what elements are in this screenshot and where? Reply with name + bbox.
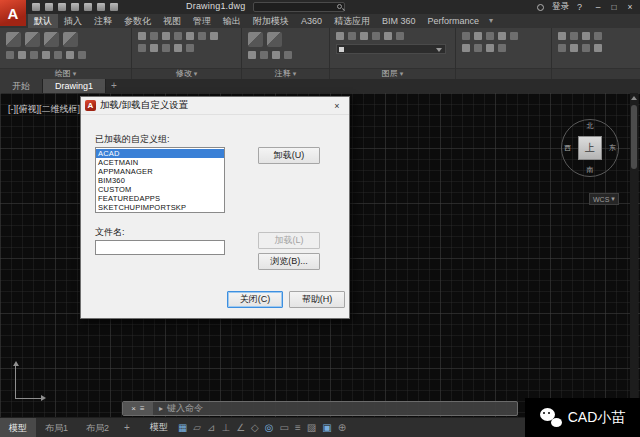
close-icon[interactable]: × xyxy=(131,402,136,415)
ribbon-tool-icon[interactable] xyxy=(66,51,74,59)
file-tab-start[interactable]: 开始 xyxy=(0,79,43,93)
ribbon-tool-icon[interactable] xyxy=(396,32,404,40)
ribbon-tool-icon[interactable] xyxy=(30,51,38,59)
panel-label-layers[interactable]: 图层 ▾ xyxy=(330,68,455,79)
leader-tool-icon[interactable] xyxy=(248,51,256,59)
ribbon-tab-home[interactable]: 默认 xyxy=(28,14,58,28)
ribbon-tool-icon[interactable] xyxy=(42,51,50,59)
ribbon-tool-icon[interactable] xyxy=(54,51,62,59)
panel-label-block[interactable] xyxy=(456,68,551,79)
new-drawing-tab-button[interactable]: + xyxy=(106,79,122,93)
ribbon-tool-icon[interactable] xyxy=(78,51,86,59)
scroll-up-icon[interactable] xyxy=(631,96,637,100)
ribbon-tool-icon[interactable] xyxy=(462,44,470,52)
dimension-tool-icon[interactable] xyxy=(267,32,282,47)
ribbon-tool-icon[interactable] xyxy=(18,51,26,59)
viewcube-north-label[interactable]: 北 xyxy=(587,121,594,131)
ribbon-tab-performance[interactable]: Performance xyxy=(422,14,486,28)
trim-tool-icon[interactable] xyxy=(162,32,170,40)
ribbon-tool-icon[interactable] xyxy=(186,32,194,40)
ribbon-tool-icon[interactable] xyxy=(486,32,494,40)
plot-icon[interactable] xyxy=(71,3,79,11)
layer-dropdown[interactable] xyxy=(336,44,446,54)
ribbon-tool-icon[interactable] xyxy=(384,32,392,40)
ribbon-tab-view[interactable]: 视图 xyxy=(157,14,187,28)
ribbon-tool-icon[interactable] xyxy=(582,44,590,52)
viewcube-south-label[interactable]: 南 xyxy=(587,165,594,175)
cui-group-item[interactable]: ACAD xyxy=(96,149,224,158)
move-tool-icon[interactable] xyxy=(138,32,146,40)
customize-icon[interactable]: ≡ xyxy=(140,402,145,415)
fillet-tool-icon[interactable] xyxy=(162,44,170,52)
ribbon-tab-parametric[interactable]: 参数化 xyxy=(118,14,157,28)
polar-tracking-icon[interactable]: ∠ xyxy=(236,418,245,437)
isodraft-icon[interactable]: ◇ xyxy=(251,418,259,437)
annotation-visibility-icon[interactable]: ▣ xyxy=(322,418,331,437)
ribbon-tool-icon[interactable] xyxy=(498,44,506,52)
snap-icon[interactable]: ▱ xyxy=(193,418,201,437)
viewcube[interactable]: 北 南 西 东 上 xyxy=(561,119,619,177)
layer-off-icon[interactable] xyxy=(348,32,356,40)
scrollbar-thumb[interactable] xyxy=(631,105,637,169)
ribbon-tool-icon[interactable] xyxy=(486,44,494,52)
cui-group-item[interactable]: APPMANAGER xyxy=(96,167,224,176)
ribbon-tool-icon[interactable] xyxy=(174,44,182,52)
ribbon-tool-icon[interactable] xyxy=(594,32,602,40)
ribbon-tab-annotate[interactable]: 注释 xyxy=(88,14,118,28)
create-block-icon[interactable] xyxy=(474,32,482,40)
redo-icon[interactable] xyxy=(97,3,105,11)
ribbon-tool-icon[interactable] xyxy=(498,32,506,40)
qat-menu-icon[interactable] xyxy=(110,3,118,11)
ribbon-tab-a360[interactable]: A360 xyxy=(295,14,328,28)
transparency-icon[interactable]: ≡ xyxy=(295,418,301,437)
dialog-titlebar[interactable]: A 加载/卸载自定义设置 × xyxy=(81,97,349,115)
viewport-controls[interactable]: [-][俯视][二维线框] xyxy=(8,103,80,116)
layout-tab-layout2[interactable]: 布局2 xyxy=(77,418,118,437)
ribbon-tool-icon[interactable] xyxy=(284,51,292,59)
panel-label-draw[interactable]: 绘图 ▾ xyxy=(0,68,131,79)
customization-groups-list[interactable]: ACAD ACETMAIN APPMANAGER BIM360 CUSTOM F… xyxy=(95,147,225,213)
model-space-button[interactable]: 模型 xyxy=(150,421,168,434)
line-tool-icon[interactable] xyxy=(6,32,21,47)
filename-input[interactable] xyxy=(95,240,225,255)
layer-lock-icon[interactable] xyxy=(372,32,380,40)
application-menu-button[interactable]: A xyxy=(0,0,26,26)
ortho-icon[interactable]: ⊥ xyxy=(221,418,230,437)
ribbon-tool-icon[interactable] xyxy=(558,44,566,52)
ribbon-tool-icon[interactable] xyxy=(186,44,194,52)
cui-group-item[interactable]: SKETCHUPIMPORTSKP xyxy=(96,203,224,212)
ribbon-tool-icon[interactable] xyxy=(198,32,206,40)
open-file-icon[interactable] xyxy=(45,3,53,11)
properties-icon[interactable] xyxy=(558,32,566,40)
panel-label-annotation[interactable]: 注释 ▾ xyxy=(242,68,329,79)
new-file-icon[interactable] xyxy=(32,3,40,11)
close-window-button[interactable]: × xyxy=(622,0,638,14)
wcs-selector[interactable]: WCS ▾ xyxy=(589,193,619,205)
vertical-scrollbar[interactable] xyxy=(630,93,638,417)
polyline-tool-icon[interactable] xyxy=(25,32,40,47)
layout-tab-layout1[interactable]: 布局1 xyxy=(36,418,77,437)
copy-tool-icon[interactable] xyxy=(138,44,146,52)
cui-group-item[interactable]: CUSTOM xyxy=(96,185,224,194)
panel-label-modify[interactable]: 修改 ▾ xyxy=(132,68,241,79)
ribbon-tool-icon[interactable] xyxy=(210,32,218,40)
ribbon-tool-icon[interactable] xyxy=(272,51,280,59)
close-button[interactable]: 关闭(C) xyxy=(227,291,283,308)
ribbon-tab-bim360[interactable]: BIM 360 xyxy=(376,14,422,28)
match-properties-icon[interactable] xyxy=(570,32,578,40)
selection-cycling-icon[interactable]: ▨ xyxy=(307,418,316,437)
command-line[interactable]: × ≡ ▸ 键入命令 xyxy=(122,401,518,416)
cui-group-item[interactable]: BIM360 xyxy=(96,176,224,185)
ribbon-tool-icon[interactable] xyxy=(582,32,590,40)
layer-properties-icon[interactable] xyxy=(336,32,344,40)
ribbon-tab-insert[interactable]: 插入 xyxy=(58,14,88,28)
file-tab-drawing1[interactable]: Drawing1 xyxy=(43,79,106,93)
viewcube-top-face[interactable]: 上 xyxy=(578,136,602,160)
ribbon-tool-icon[interactable] xyxy=(174,32,182,40)
table-tool-icon[interactable] xyxy=(260,51,268,59)
maximize-button[interactable]: □ xyxy=(606,0,622,14)
ribbon-tool-icon[interactable] xyxy=(474,44,482,52)
save-icon[interactable] xyxy=(58,3,66,11)
ribbon-display-toggle-icon[interactable]: ▾ xyxy=(489,14,493,28)
mirror-tool-icon[interactable] xyxy=(150,44,158,52)
